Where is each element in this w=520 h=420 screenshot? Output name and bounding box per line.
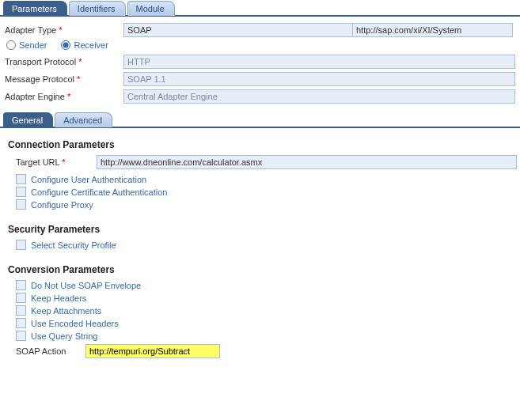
- radio-sender[interactable]: Sender: [6, 40, 47, 50]
- cb-cert-auth-label: Configure Certificate Authentication: [31, 187, 167, 197]
- message-protocol-input[interactable]: [123, 72, 515, 86]
- cb-proxy[interactable]: [16, 199, 26, 210]
- soap-action-input[interactable]: [85, 344, 220, 358]
- cb-user-auth-label: Configure User Authentication: [31, 175, 146, 184]
- cb-security-profile[interactable]: [16, 240, 26, 250]
- radio-receiver-input[interactable]: [61, 40, 70, 50]
- security-section-title: Security Parameters: [8, 224, 517, 235]
- radio-sender-input[interactable]: [6, 40, 16, 50]
- cb-encoded-headers[interactable]: [16, 318, 26, 328]
- tab-parameters[interactable]: Parameters: [3, 1, 67, 16]
- adapter-type-url-input[interactable]: [353, 23, 513, 37]
- general-panel: Connection Parameters Target URL * Confi…: [0, 128, 520, 361]
- direction-radio-row: Sender Receiver: [6, 40, 515, 50]
- target-url-row: Target URL *: [16, 155, 517, 169]
- cb-no-envelope-label: Do Not Use SOAP Envelope: [31, 281, 141, 290]
- cb-user-auth[interactable]: [16, 174, 26, 184]
- cb-security-profile-label: Select Security Profile: [31, 240, 116, 250]
- cb-keep-attachments[interactable]: [16, 305, 26, 316]
- adapter-type-input[interactable]: [123, 23, 353, 37]
- sub-tab-row: General Advanced: [0, 112, 520, 128]
- target-url-label: Target URL *: [16, 157, 92, 167]
- cb-encoded-headers-label: Use Encoded Headers: [31, 319, 119, 328]
- cb-keep-headers-label: Keep Headers: [31, 293, 86, 303]
- target-url-input[interactable]: [97, 155, 517, 169]
- cb-query-string-label: Use Query String: [31, 331, 97, 341]
- adapter-type-label: Adapter Type *: [5, 25, 123, 35]
- cb-proxy-label: Configure Proxy: [31, 200, 93, 210]
- transport-protocol-label: Transport Protocol *: [5, 57, 123, 66]
- cb-keep-headers[interactable]: [16, 293, 26, 303]
- cb-query-string[interactable]: [16, 331, 26, 341]
- top-tab-row: Parameters Identifiers Module: [0, 0, 520, 17]
- message-protocol-label: Message Protocol *: [5, 74, 123, 84]
- tab-advanced[interactable]: Advanced: [55, 112, 112, 127]
- tab-module[interactable]: Module: [127, 1, 175, 16]
- connection-section-title: Connection Parameters: [8, 139, 517, 150]
- adapter-engine-label: Adapter Engine *: [5, 92, 123, 101]
- conversion-section-title: Conversion Parameters: [8, 264, 517, 275]
- cb-no-envelope[interactable]: [16, 280, 26, 290]
- cb-cert-auth[interactable]: [16, 187, 26, 197]
- adapter-form: Adapter Type * Sender Receiver Transport…: [0, 17, 520, 110]
- tab-general[interactable]: General: [3, 112, 53, 127]
- adapter-engine-input[interactable]: [123, 89, 515, 104]
- soap-action-label: SOAP Action: [16, 346, 81, 356]
- cb-keep-attachments-label: Keep Attachments: [31, 306, 101, 316]
- transport-protocol-input[interactable]: [123, 55, 515, 69]
- tab-identifiers[interactable]: Identifiers: [69, 1, 126, 16]
- radio-receiver[interactable]: Receiver: [61, 40, 108, 50]
